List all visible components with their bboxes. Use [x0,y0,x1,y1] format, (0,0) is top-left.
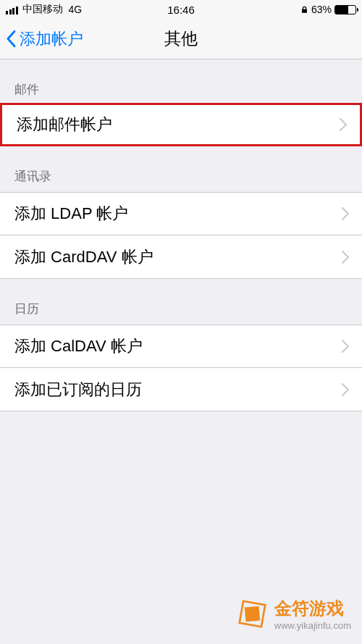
add-subscribed-calendar-item[interactable]: 添加已订阅的日历 [0,368,362,411]
chevron-right-icon [342,383,349,396]
status-left: 中国移动 4G [6,3,82,16]
chevron-right-icon [342,340,349,353]
watermark-url: www.yikajinfu.com [274,620,351,631]
add-caldav-account-item[interactable]: 添加 CalDAV 帐户 [0,325,362,368]
chevron-right-icon [342,207,349,220]
watermark: 金符游戏 www.yikajinfu.com [236,597,351,631]
page-title: 其他 [164,28,198,50]
section-header-calendar: 日历 [0,279,362,325]
add-subscribed-label: 添加已订阅的日历 [14,379,142,401]
chevron-right-icon [342,251,349,264]
section-header-mail: 邮件 [0,59,362,105]
add-ldap-label: 添加 LDAP 帐户 [14,203,128,225]
back-button[interactable]: 添加帐户 [6,28,83,50]
watermark-title: 金符游戏 [274,597,351,620]
svg-rect-1 [245,606,260,622]
section-header-contacts: 通讯录 [0,146,362,192]
orientation-lock-icon [300,6,308,14]
status-right: 63% [300,4,356,15]
chevron-left-icon [6,30,17,48]
add-carddav-account-item[interactable]: 添加 CardDAV 帐户 [0,235,362,279]
carrier-label: 中国移动 [22,3,63,16]
add-ldap-account-item[interactable]: 添加 LDAP 帐户 [0,192,362,235]
status-time: 16:46 [167,4,195,16]
battery-pct: 63% [311,4,332,15]
watermark-logo-icon [236,598,269,630]
add-mail-account-label: 添加邮件帐户 [17,114,112,135]
add-carddav-label: 添加 CardDAV 帐户 [14,246,153,268]
battery-icon [334,5,356,14]
signal-icon [6,5,18,14]
back-label: 添加帐户 [20,28,83,50]
chevron-right-icon [340,118,347,131]
nav-bar: 添加帐户 其他 [0,19,362,59]
status-bar: 中国移动 4G 16:46 63% [0,0,362,19]
network-label: 4G [69,4,83,15]
add-caldav-label: 添加 CalDAV 帐户 [14,335,143,357]
add-mail-account-item[interactable]: 添加邮件帐户 [0,103,362,146]
